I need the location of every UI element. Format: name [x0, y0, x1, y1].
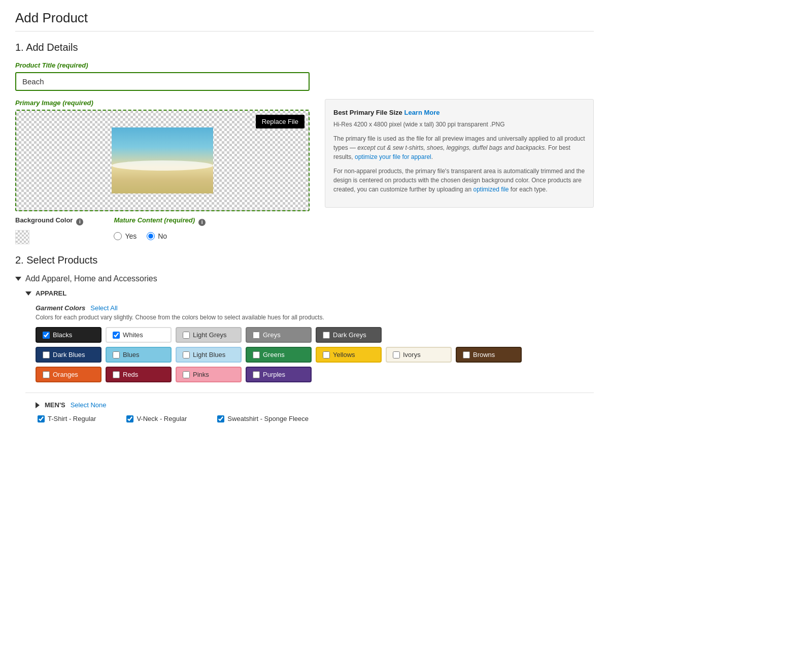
label-dark-greys: Dark Greys [333, 331, 366, 339]
color-chip-pinks[interactable]: Pinks [176, 367, 242, 382]
checkbox-pinks[interactable] [183, 371, 190, 378]
product-title-input[interactable] [15, 72, 310, 91]
apparel-section: APPAREL Garment Colors Select All Colors… [15, 289, 594, 422]
mature-content-no-option[interactable]: No [147, 232, 167, 240]
select-none-link[interactable]: Select None [71, 401, 107, 409]
apparel-sub-icon [25, 291, 31, 296]
no-label: No [158, 232, 167, 240]
uploaded-image [112, 127, 213, 193]
label-greens: Greens [263, 351, 285, 358]
color-chip-oranges[interactable]: Oranges [36, 367, 101, 382]
bg-color-label: Background Color [15, 216, 73, 224]
mens-products-list: T-Shirt - Regular V-Neck - Regular Sweat… [36, 415, 594, 422]
label-tshirt-regular: T-Shirt - Regular [48, 415, 96, 422]
color-chip-whites[interactable]: Whites [106, 327, 172, 343]
color-chip-blacks[interactable]: Blacks [36, 327, 101, 343]
mature-no-radio[interactable] [147, 232, 155, 240]
garment-colors-title: Garment Colors [36, 304, 85, 312]
checkbox-yellows[interactable] [323, 351, 330, 358]
label-browns: Browns [473, 351, 495, 358]
learn-more-link[interactable]: Learn More [404, 109, 439, 116]
mature-content-radio-group: Yes No [114, 232, 206, 240]
checkbox-dark-greys[interactable] [323, 332, 330, 339]
color-chip-reds[interactable]: Reds [106, 367, 172, 382]
optimized-file-link[interactable]: optimized file [473, 186, 509, 193]
section1-title: 1. Add Details [15, 42, 594, 53]
color-chip-yellows[interactable]: Yellows [316, 347, 382, 363]
info-para1: The primary file is used as the file for… [333, 134, 585, 161]
product-sweatshirt-sponge[interactable]: Sweatshirt - Sponge Fleece [217, 415, 309, 422]
checkbox-sweatshirt-sponge[interactable] [217, 415, 224, 422]
product-vneck-regular[interactable]: V-Neck - Regular [126, 415, 187, 422]
color-chip-greys[interactable]: Greys [246, 327, 312, 343]
color-chip-greens[interactable]: Greens [246, 347, 312, 363]
color-chip-blues[interactable]: Blues [106, 347, 172, 363]
wave-decoration [112, 160, 213, 171]
checkbox-blacks[interactable] [43, 332, 50, 339]
label-light-greys: Light Greys [193, 331, 226, 339]
checkbox-purples[interactable] [253, 371, 260, 378]
primary-image-label: Primary Image (required) [15, 99, 310, 107]
label-purples: Purples [263, 371, 285, 378]
label-reds: Reds [123, 371, 138, 378]
mature-content-label: Mature Content (required) [114, 216, 195, 224]
checkbox-ivorys[interactable] [393, 351, 400, 358]
mens-label: MEN'S [45, 401, 65, 409]
yes-label: Yes [125, 232, 137, 240]
mens-section: MEN'S Select None T-Shirt - Regular V-Ne… [25, 401, 594, 422]
bg-color-info-icon[interactable]: i [76, 218, 83, 225]
checkbox-oranges[interactable] [43, 371, 50, 378]
info-para2: For non-apparel products, the primary fi… [333, 167, 585, 194]
checkbox-browns[interactable] [463, 351, 470, 358]
info-panel: Best Primary File Size Learn More Hi-Res… [325, 99, 594, 208]
apparel-sub-header[interactable]: APPAREL [25, 289, 594, 297]
apparel-collapse-icon [15, 277, 21, 281]
color-grid: Blacks Whites Light Greys Greys Dark Gre… [25, 327, 594, 382]
color-chip-ivorys[interactable]: Ivorys [386, 347, 452, 363]
color-chip-dark-greys[interactable]: Dark Greys [316, 327, 382, 343]
section2-title: 2. Select Products [15, 254, 594, 266]
label-greys: Greys [263, 331, 281, 339]
page-title: Add Product [15, 10, 594, 26]
optimize-link[interactable]: optimize your file for apparel [355, 153, 431, 160]
checkbox-whites[interactable] [113, 332, 120, 339]
checkbox-reds[interactable] [113, 371, 120, 378]
garment-colors-header: Garment Colors Select All [25, 304, 594, 312]
checkbox-vneck-regular[interactable] [126, 415, 133, 422]
checkbox-light-greys[interactable] [183, 332, 190, 339]
mens-header[interactable]: MEN'S Select None [36, 401, 594, 409]
replace-file-button[interactable]: Replace File [256, 115, 304, 128]
apparel-collapsible-header[interactable]: Add Apparel, Home and Accessories [15, 274, 594, 283]
label-dark-blues: Dark Blues [53, 351, 85, 358]
product-tshirt-regular[interactable]: T-Shirt - Regular [38, 415, 96, 422]
color-description: Colors for each product vary slightly. C… [25, 314, 594, 321]
checkbox-dark-blues[interactable] [43, 351, 50, 358]
background-color-picker[interactable] [15, 230, 29, 244]
color-chip-light-greys[interactable]: Light Greys [176, 327, 242, 343]
color-chip-purples[interactable]: Purples [246, 367, 312, 382]
mature-content-info-icon[interactable]: i [198, 219, 206, 226]
checkbox-greys[interactable] [253, 332, 260, 339]
checkbox-greens[interactable] [253, 351, 260, 358]
checkbox-tshirt-regular[interactable] [38, 415, 45, 422]
image-upload-area[interactable]: Replace File [15, 110, 310, 211]
product-title-label: Product Title (required) [15, 61, 594, 69]
checkbox-light-blues[interactable] [183, 351, 190, 358]
color-chip-dark-blues[interactable]: Dark Blues [36, 347, 101, 363]
info-title: Best Primary File Size Learn More [333, 108, 585, 118]
select-products-section: 2. Select Products Add Apparel, Home and… [15, 254, 594, 422]
add-apparel-label: Add Apparel, Home and Accessories [25, 274, 157, 283]
mature-yes-radio[interactable] [114, 232, 122, 240]
label-ivorys: Ivorys [403, 351, 421, 358]
select-all-link[interactable]: Select All [90, 304, 117, 312]
color-chip-light-blues[interactable]: Light Blues [176, 347, 242, 363]
label-blues: Blues [123, 351, 140, 358]
section-divider [25, 393, 594, 393]
label-whites: Whites [123, 331, 143, 339]
label-light-blues: Light Blues [193, 351, 225, 358]
color-row-1: Blacks Whites Light Greys Greys Dark Gre… [36, 327, 594, 343]
label-pinks: Pinks [193, 371, 209, 378]
color-chip-browns[interactable]: Browns [456, 347, 522, 363]
mature-content-yes-option[interactable]: Yes [114, 232, 137, 240]
checkbox-blues[interactable] [113, 351, 120, 358]
